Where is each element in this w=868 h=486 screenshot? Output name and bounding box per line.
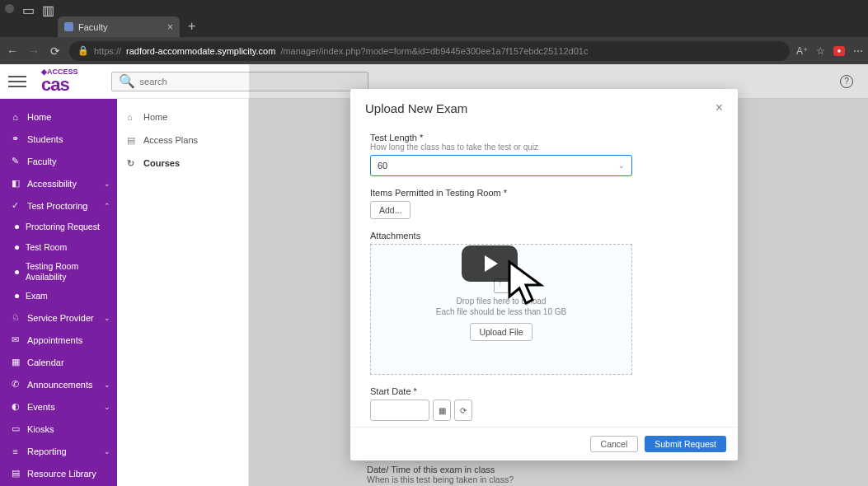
add-button[interactable]: Add... [370,201,411,219]
sidebar-item-reporting[interactable]: ≡Reporting⌄ [0,440,117,462]
favicon [64,22,73,31]
sidebar-item-home[interactable]: ⌂Home [0,105,117,128]
upload-exam-modal: Upload New Exam × Test Length * How long… [350,89,738,460]
announcements-icon: ✆ [10,379,21,390]
chevron-down-icon: ⌄ [104,314,110,322]
avatar [5,4,14,13]
reader-icon[interactable]: A⁺ [796,45,808,57]
secondary-nav: ⌂Home ▤Access Plans ↻Courses [117,64,249,486]
tab-bar: Faculty × + [0,16,868,37]
tab-title: Faculty [78,22,107,32]
home-icon: ⌂ [10,111,21,122]
sec-nav-access-plans[interactable]: ▤Access Plans [117,129,248,152]
chevron-down-icon: ⌄ [618,161,625,170]
items-permitted-label: Items Permitted in Testing Room * [370,188,718,198]
close-icon[interactable]: × [716,100,723,115]
submit-request-button[interactable]: Submit Request [645,436,726,452]
url-box[interactable]: 🔒 https://radford-accommodate.symplicity… [69,41,790,61]
browser-tab[interactable]: Faculty × [58,16,180,37]
sidebar-item-announcements[interactable]: ✆Announcements⌄ [0,373,117,395]
menu-icon[interactable]: ⋯ [853,45,863,57]
library-icon: ▤ [10,468,21,479]
test-length-select[interactable]: 60 ⌄ [370,155,632,176]
url-host: radford-accommodate.symplicity.com [126,46,275,56]
search-icon: 🔍 [119,73,135,89]
events-icon: ◐ [10,401,21,412]
address-bar: ← → ⟳ 🔒 https://radford-accommodate.symp… [0,37,868,64]
sidebar-sub-test-room[interactable]: Test Room [0,237,117,258]
reporting-icon: ≡ [10,446,21,456]
sidebar-item-appointments[interactable]: ✉Appointments [0,329,117,351]
new-tab-button[interactable]: + [180,19,204,37]
accessibility-icon: ◧ [10,178,21,189]
chevron-up-icon: ⌃ [104,202,110,210]
chevron-down-icon: ⌄ [104,180,110,188]
sec-nav-home[interactable]: ⌂Home [117,105,248,129]
workspace-icon: ▭ [22,2,34,14]
sec-nav-courses[interactable]: ↻Courses [117,152,248,175]
url-path: /manager/index.php?mode=form&id=db9445e3… [280,46,588,56]
chevron-down-icon: ⌄ [104,447,110,456]
browser-top-bar: ▭ ▥ [0,0,868,16]
extension-badge[interactable]: ● [833,46,845,56]
test-length-label: Test Length * [370,133,718,143]
logo: ◆ACCESS cas [41,68,78,94]
check-icon: ✓ [10,200,21,211]
back-button[interactable]: ← [5,44,20,58]
url-prefix: https:// [94,46,121,56]
attachments-label: Attachments [370,231,718,241]
modal-title: Upload New Exam [365,101,467,115]
start-date-label: Start Date * [370,386,718,396]
chevron-down-icon: ⌄ [104,403,110,411]
sidebar-item-kiosks[interactable]: ▭Kiosks [0,418,117,440]
upload-file-button[interactable]: Upload File [470,323,532,341]
plans-icon: ▤ [127,135,137,146]
calendar-icon[interactable]: ▦ [433,400,451,421]
appointments-icon: ✉ [10,334,21,345]
panel-icon: ▥ [42,2,54,14]
drop-hint-1: Drop files here to upload [457,297,547,306]
forward-button[interactable]: → [26,44,41,58]
chevron-down-icon: ⌄ [104,381,110,389]
sidebar-sub-proctoring-request[interactable]: Proctoring Request [0,217,117,237]
hamburger-icon[interactable] [8,76,26,87]
video-play-button[interactable] [462,245,518,282]
faculty-icon: ✎ [10,156,21,166]
start-date-input[interactable] [370,400,429,421]
sidebar-item-service-provider[interactable]: ♘Service Provider⌄ [0,306,117,329]
close-icon[interactable]: × [167,21,173,33]
sidebar-item-calendar[interactable]: ▦Calendar [0,351,117,373]
reload-button[interactable]: ⟳ [48,44,63,58]
sidebar-item-faculty[interactable]: ✎Faculty [0,150,117,172]
primary-sidebar: ⌂Home ⚭Students ✎Faculty ◧Accessibility⌄… [0,64,117,486]
kiosks-icon: ▭ [10,423,21,434]
sidebar-item-resource-library[interactable]: ▤Resource Library [0,462,117,484]
favorite-icon[interactable]: ☆ [816,45,825,57]
provider-icon: ♘ [10,312,21,323]
drop-hint-2: Each file should be less than 10 GB [436,307,566,316]
courses-icon: ↻ [127,158,137,169]
calendar-icon: ▦ [10,357,21,367]
reset-icon[interactable]: ⟳ [454,400,472,421]
sidebar-sub-exam[interactable]: Exam [0,286,117,306]
sidebar-item-students[interactable]: ⚭Students [0,128,117,150]
lock-icon: 🔒 [77,45,89,56]
sidebar-item-events[interactable]: ◐Events⌄ [0,395,117,418]
sidebar-sub-testing-room-availability[interactable]: Testing Room Availability [0,258,117,286]
sidebar-item-test-proctoring[interactable]: ✓Test Proctoring⌃ [0,194,117,217]
test-length-hint: How long the class has to take the test … [370,143,718,152]
cancel-button[interactable]: Cancel [590,436,639,452]
home-icon: ⌂ [127,112,137,122]
students-icon: ⚭ [10,133,21,144]
sidebar-item-accessibility[interactable]: ◧Accessibility⌄ [0,172,117,194]
